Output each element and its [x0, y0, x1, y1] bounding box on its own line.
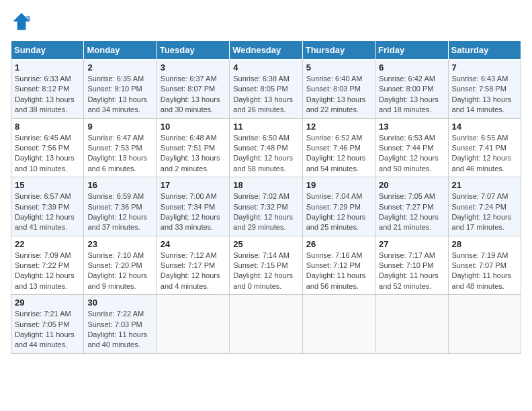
- calendar-cell: 11 Sunrise: 6:50 AM Sunset: 7:48 PM Dayl…: [230, 118, 302, 177]
- sunset-line: Sunset: 8:05 PM: [233, 85, 287, 93]
- day-number: 29: [15, 298, 80, 308]
- sunset-line: Sunset: 7:56 PM: [15, 144, 69, 152]
- day-info: Sunrise: 7:14 AM Sunset: 7:15 PM Dayligh…: [233, 250, 298, 292]
- day-number: 30: [87, 298, 152, 308]
- day-number: 9: [87, 122, 152, 132]
- daylight-line1: Daylight: 11 hours: [87, 330, 147, 338]
- daylight-line1: Daylight: 12 hours: [379, 154, 439, 162]
- day-info: Sunrise: 7:19 AM Sunset: 7:07 PM Dayligh…: [452, 250, 517, 292]
- day-info: Sunrise: 7:00 AM Sunset: 7:34 PM Dayligh…: [161, 191, 226, 233]
- sunset-line: Sunset: 8:03 PM: [306, 85, 361, 93]
- day-number: 16: [87, 180, 152, 190]
- day-info: Sunrise: 7:10 AM Sunset: 7:20 PM Dayligh…: [87, 250, 152, 292]
- daylight-line1: Daylight: 11 hours: [306, 271, 366, 279]
- day-number: 5: [306, 62, 371, 73]
- sunrise-line: Sunrise: 6:57 AM: [15, 192, 71, 200]
- day-number: 23: [87, 239, 152, 249]
- daylight-line2: and 38 minutes.: [15, 105, 67, 113]
- sunset-line: Sunset: 7:58 PM: [452, 85, 506, 93]
- sunset-line: Sunset: 8:00 PM: [379, 85, 433, 93]
- daylight-line2: and 48 minutes.: [452, 282, 504, 290]
- day-info: Sunrise: 6:55 AM Sunset: 7:41 PM Dayligh…: [452, 133, 517, 175]
- daylight-line2: and 50 minutes.: [379, 165, 431, 173]
- sunset-line: Sunset: 7:20 PM: [87, 261, 142, 269]
- sunset-line: Sunset: 7:44 PM: [379, 144, 433, 152]
- sunrise-line: Sunrise: 7:12 AM: [161, 251, 217, 259]
- header-wednesday: Wednesday: [230, 41, 302, 60]
- sunset-line: Sunset: 7:07 PM: [452, 261, 506, 269]
- day-info: Sunrise: 6:48 AM Sunset: 7:51 PM Dayligh…: [161, 133, 226, 175]
- day-number: 4: [233, 62, 298, 73]
- sunrise-line: Sunrise: 7:02 AM: [233, 192, 290, 200]
- calendar-week-3: 15 Sunrise: 6:57 AM Sunset: 7:39 PM Dayl…: [11, 177, 521, 236]
- calendar-cell: 26 Sunrise: 7:16 AM Sunset: 7:12 PM Dayl…: [302, 236, 375, 295]
- daylight-line2: and 29 minutes.: [233, 223, 285, 231]
- sunrise-line: Sunrise: 6:38 AM: [233, 75, 290, 83]
- sunrise-line: Sunrise: 7:16 AM: [306, 251, 363, 259]
- sunset-line: Sunset: 7:27 PM: [379, 203, 433, 211]
- calendar-cell: 25 Sunrise: 7:14 AM Sunset: 7:15 PM Dayl…: [230, 236, 302, 295]
- header-saturday: Saturday: [448, 41, 521, 60]
- sunset-line: Sunset: 7:48 PM: [233, 144, 287, 152]
- sunset-line: Sunset: 7:29 PM: [306, 203, 361, 211]
- daylight-line2: and 52 minutes.: [379, 282, 431, 290]
- daylight-line1: Daylight: 12 hours: [161, 271, 220, 279]
- daylight-line1: Daylight: 13 hours: [452, 95, 512, 103]
- sunset-line: Sunset: 7:24 PM: [452, 203, 506, 211]
- sunrise-line: Sunrise: 7:10 AM: [87, 251, 144, 259]
- logo: [11, 11, 35, 32]
- daylight-line2: and 26 minutes.: [233, 105, 285, 113]
- calendar-week-1: 1 Sunrise: 6:33 AM Sunset: 8:12 PM Dayli…: [11, 60, 521, 119]
- daylight-line1: Daylight: 12 hours: [15, 271, 75, 279]
- day-number: 22: [15, 239, 80, 249]
- calendar-cell: [375, 295, 448, 354]
- calendar-cell: 27 Sunrise: 7:17 AM Sunset: 7:10 PM Dayl…: [375, 236, 448, 295]
- sunrise-line: Sunrise: 6:40 AM: [306, 75, 363, 83]
- day-info: Sunrise: 6:52 AM Sunset: 7:46 PM Dayligh…: [306, 133, 371, 175]
- calendar-cell: 20 Sunrise: 7:05 AM Sunset: 7:27 PM Dayl…: [375, 177, 448, 236]
- sunrise-line: Sunrise: 7:00 AM: [161, 192, 217, 200]
- daylight-line1: Daylight: 13 hours: [161, 95, 220, 103]
- daylight-line2: and 25 minutes.: [306, 223, 359, 231]
- sunset-line: Sunset: 7:36 PM: [87, 203, 142, 211]
- day-number: 25: [233, 239, 298, 249]
- logo-icon: [11, 11, 32, 32]
- sunset-line: Sunset: 7:53 PM: [87, 144, 142, 152]
- sunset-line: Sunset: 8:07 PM: [161, 85, 215, 93]
- calendar-cell: 3 Sunrise: 6:37 AM Sunset: 8:07 PM Dayli…: [157, 60, 229, 119]
- sunset-line: Sunset: 7:05 PM: [15, 320, 69, 328]
- sunset-line: Sunset: 7:12 PM: [306, 261, 361, 269]
- header-sunday: Sunday: [11, 41, 84, 60]
- day-info: Sunrise: 6:50 AM Sunset: 7:48 PM Dayligh…: [233, 133, 298, 175]
- calendar-cell: 10 Sunrise: 6:48 AM Sunset: 7:51 PM Dayl…: [157, 118, 229, 177]
- daylight-line1: Daylight: 13 hours: [306, 95, 366, 103]
- day-info: Sunrise: 7:09 AM Sunset: 7:22 PM Dayligh…: [15, 250, 80, 292]
- daylight-line1: Daylight: 11 hours: [15, 330, 75, 338]
- calendar-cell: 22 Sunrise: 7:09 AM Sunset: 7:22 PM Dayl…: [11, 236, 84, 295]
- day-number: 8: [15, 122, 80, 132]
- calendar-cell: 19 Sunrise: 7:04 AM Sunset: 7:29 PM Dayl…: [302, 177, 375, 236]
- daylight-line2: and 18 minutes.: [379, 105, 431, 113]
- calendar-cell: 28 Sunrise: 7:19 AM Sunset: 7:07 PM Dayl…: [448, 236, 521, 295]
- calendar-cell: 21 Sunrise: 7:07 AM Sunset: 7:24 PM Dayl…: [448, 177, 521, 236]
- daylight-line2: and 34 minutes.: [87, 105, 140, 113]
- day-info: Sunrise: 6:53 AM Sunset: 7:44 PM Dayligh…: [379, 133, 444, 175]
- svg-marker-0: [13, 13, 30, 30]
- day-info: Sunrise: 7:16 AM Sunset: 7:12 PM Dayligh…: [306, 250, 371, 292]
- day-info: Sunrise: 6:59 AM Sunset: 7:36 PM Dayligh…: [87, 191, 152, 233]
- calendar-cell: [448, 295, 521, 354]
- sunrise-line: Sunrise: 6:33 AM: [15, 75, 71, 83]
- daylight-line2: and 33 minutes.: [161, 223, 213, 231]
- day-number: 3: [161, 62, 226, 73]
- daylight-line2: and 13 minutes.: [15, 282, 67, 290]
- calendar-cell: 7 Sunrise: 6:43 AM Sunset: 7:58 PM Dayli…: [448, 60, 521, 119]
- day-number: 17: [161, 180, 226, 190]
- day-info: Sunrise: 6:37 AM Sunset: 8:07 PM Dayligh…: [161, 74, 226, 116]
- day-number: 18: [233, 180, 298, 190]
- daylight-line2: and 30 minutes.: [161, 105, 213, 113]
- calendar-cell: [302, 295, 375, 354]
- daylight-line1: Daylight: 12 hours: [233, 271, 293, 279]
- daylight-line1: Daylight: 12 hours: [306, 213, 366, 221]
- daylight-line1: Daylight: 13 hours: [161, 154, 220, 162]
- calendar-cell: 30 Sunrise: 7:22 AM Sunset: 7:03 PM Dayl…: [84, 295, 157, 354]
